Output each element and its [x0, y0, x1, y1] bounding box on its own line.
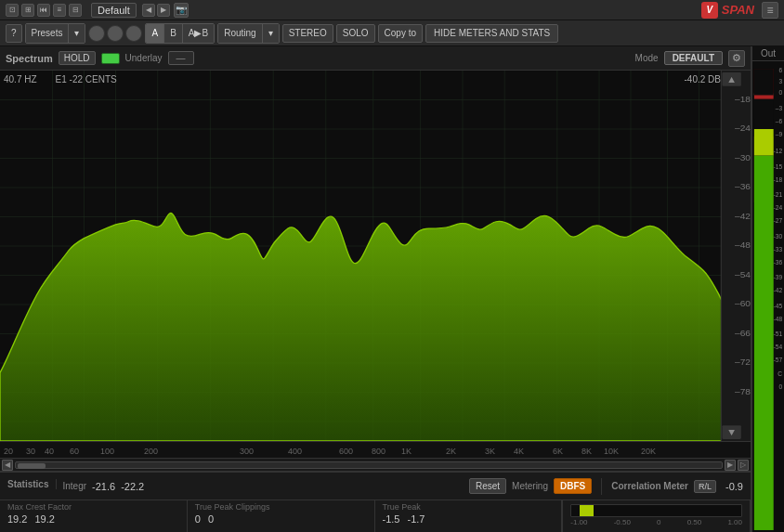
svg-text:8K: 8K: [581, 447, 592, 456]
corr-label-2: -0.50: [614, 518, 631, 526]
svg-text:–51: –51: [772, 331, 782, 337]
rl-button[interactable]: R/L: [694, 480, 716, 493]
integr-label: Integr: [62, 481, 86, 491]
svg-text:20: 20: [4, 447, 13, 456]
svg-text:–42: –42: [735, 211, 751, 221]
spectrum-label: Spectrum: [6, 53, 53, 64]
ab-button-ab[interactable]: A▶B: [183, 24, 214, 43]
preset-name[interactable]: Default: [91, 3, 137, 18]
copy-to-button[interactable]: Copy to: [378, 24, 423, 43]
svg-text:–18: –18: [772, 176, 782, 183]
svg-text:0: 0: [778, 89, 782, 96]
svg-text:–54: –54: [735, 269, 751, 279]
svg-text:C: C: [777, 370, 782, 376]
scroll-right-arrow[interactable]: ▶: [725, 460, 736, 471]
underlay-label: Underlay: [125, 53, 163, 63]
preset-right-arrow[interactable]: ▶: [157, 4, 170, 17]
svg-text:200: 200: [144, 447, 158, 456]
settings-gear-icon[interactable]: ⚙: [728, 50, 745, 67]
horizontal-scrollbar[interactable]: ◀ ▶ ▷: [0, 458, 751, 471]
help-button[interactable]: ?: [6, 24, 22, 43]
mode-button[interactable]: DEFAULT: [664, 51, 723, 65]
integr-val1: -21.6: [92, 481, 115, 492]
svg-rect-95: [754, 155, 774, 530]
true-peak-values: -1.5 -1.7: [383, 513, 555, 525]
presets-arrow[interactable]: ▾: [69, 24, 85, 43]
correlation-title: Correlation Meter: [611, 481, 688, 491]
correlation-bar: [570, 504, 742, 517]
scroll-thumb[interactable]: [18, 463, 46, 469]
svg-text:–9: –9: [776, 131, 783, 137]
reset-button[interactable]: Reset: [469, 478, 506, 494]
clip-val1: 0: [195, 513, 201, 525]
freq-labels-bar: 20 30 40 60 100 200 300 400 600 800 1K 2…: [0, 441, 751, 458]
svg-text:60: 60: [70, 447, 79, 456]
svg-text:3: 3: [778, 78, 782, 84]
scroll-left-arrow[interactable]: ◀: [2, 460, 13, 471]
svg-text:3K: 3K: [485, 447, 495, 456]
hamburger-menu[interactable]: ≡: [762, 2, 778, 19]
window-btn-5[interactable]: ⊟: [69, 4, 82, 17]
svg-text:–54: –54: [772, 344, 782, 350]
svg-text:▼: ▼: [726, 426, 737, 437]
max-crest-val2: 19.2: [34, 513, 54, 525]
routing-arrow[interactable]: ▾: [263, 24, 279, 43]
ab-button-b[interactable]: B: [164, 24, 183, 43]
correlation-value: -0.9: [725, 481, 743, 492]
ab-group: A B A▶B: [145, 23, 215, 44]
stereo-button[interactable]: STEREO: [282, 24, 333, 43]
main-area: Spectrum HOLD Underlay — Mode DEFAULT ⚙: [0, 46, 784, 532]
span-logo-icon: V: [701, 2, 718, 19]
svg-text:10K: 10K: [604, 447, 619, 456]
window-btn-2[interactable]: ⊞: [21, 4, 34, 17]
svg-text:30: 30: [26, 447, 35, 456]
routing-group: Routing ▾: [217, 23, 279, 44]
solo-button[interactable]: SOLO: [336, 24, 375, 43]
svg-text:1K: 1K: [401, 447, 412, 456]
spectrum-header: Spectrum HOLD Underlay — Mode DEFAULT ⚙: [0, 46, 751, 71]
statistics-label: Statistics: [7, 479, 57, 489]
presets-button[interactable]: Presets: [26, 24, 70, 43]
presets-group: Presets ▾: [25, 23, 86, 44]
true-peak-clip-item: True Peak Clippings 0 0: [188, 500, 375, 532]
vu-meter-svg: 6 3 0 –3 –6 –9 –12 –15 –18 –21 –24 –27 –…: [752, 61, 784, 532]
window-controls[interactable]: ⊡ ⊞ ⏮ ≡ ⊟: [6, 4, 82, 17]
svg-text:–66: –66: [735, 328, 751, 338]
window-btn-mode[interactable]: ≡: [53, 4, 66, 17]
dbfs-button[interactable]: DBFS: [554, 478, 592, 494]
svg-text:300: 300: [240, 447, 254, 456]
stats-top-row: Statistics Integr -21.6 -22.2 Reset Mete…: [0, 473, 751, 500]
svg-text:–15: –15: [772, 162, 782, 169]
svg-text:800: 800: [372, 447, 385, 456]
true-peak-val1: -1.5: [383, 513, 400, 525]
corr-label-3: 0: [657, 518, 660, 526]
true-peak-label: True Peak: [383, 502, 555, 512]
svg-text:–57: –57: [772, 357, 782, 363]
window-btn-rw[interactable]: ⏮: [37, 4, 50, 17]
scroll-track[interactable]: [15, 461, 723, 469]
scroll-triangle-right[interactable]: ▷: [738, 460, 749, 471]
ab-button-a[interactable]: A: [146, 24, 164, 43]
hold-button[interactable]: HOLD: [59, 51, 96, 65]
max-crest-val1: 19.2: [7, 513, 27, 525]
svg-text:–6: –6: [776, 118, 783, 124]
hide-meters-button[interactable]: HIDE METERS AND STATS: [425, 24, 558, 43]
svg-text:–33: –33: [772, 246, 782, 253]
active-led[interactable]: [101, 53, 120, 64]
svg-text:–48: –48: [735, 240, 751, 250]
spectrum-display[interactable]: –18 –24 –30 –36 –42 –48 –54 –60 –66 –72 …: [0, 71, 751, 441]
freq-labels-svg: 20 30 40 60 100 200 300 400 600 800 1K 2…: [0, 442, 751, 459]
svg-text:▲: ▲: [726, 73, 737, 84]
underlay-dash[interactable]: —: [168, 51, 194, 65]
correlation-fill: [580, 505, 594, 516]
svg-text:–42: –42: [772, 287, 782, 293]
routing-button[interactable]: Routing: [218, 24, 262, 43]
stats-content: Statistics Integr -21.6 -22.2 Reset Mete…: [0, 473, 751, 532]
stats-bottom: Max Crest Factor 19.2 19.2 True Peak Cli…: [0, 500, 751, 532]
camera-btn[interactable]: 📷: [174, 3, 189, 18]
max-crest-item: Max Crest Factor 19.2 19.2: [0, 500, 188, 532]
window-btn-1[interactable]: ⊡: [6, 4, 19, 17]
svg-text:–27: –27: [772, 217, 782, 224]
preset-left-arrow[interactable]: ◀: [142, 4, 155, 17]
svg-text:6: 6: [778, 67, 782, 73]
